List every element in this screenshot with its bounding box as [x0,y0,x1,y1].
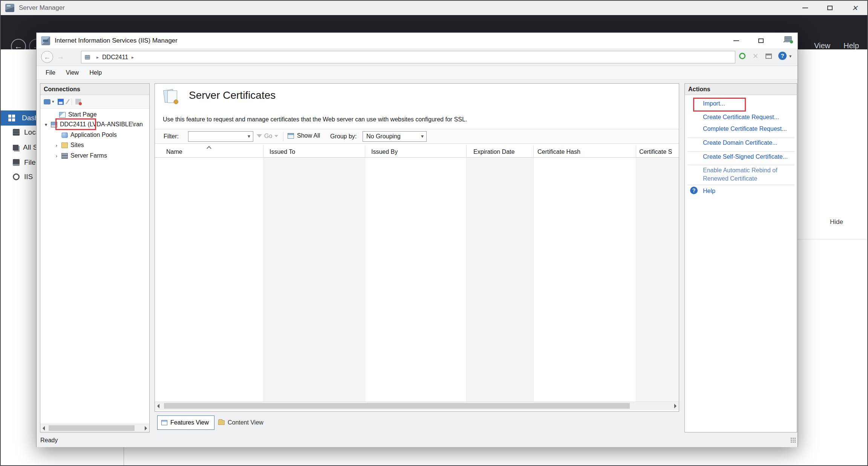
go-button[interactable]: Go [257,132,278,140]
list-column-stripe [263,158,365,402]
scroll-right-icon[interactable] [674,404,677,408]
scroll-right-icon[interactable] [145,426,147,431]
iis-circle-icon [13,173,20,180]
remove-connection-icon[interactable] [75,99,81,104]
sm-menu-view[interactable]: View [814,41,830,50]
tab-features-view[interactable]: Features View [157,415,214,430]
minimize-icon [733,40,739,41]
column-header-issued-to[interactable]: Issued To [263,145,365,158]
resize-grip[interactable] [790,437,796,443]
show-all-icon [288,133,294,139]
iis-titlebar[interactable]: Internet Information Services (IIS) Mana… [37,33,798,48]
breadcrumb[interactable]: ▸ DDC2411 ▸ [81,51,735,63]
tree-item-label: Application Pools [70,132,117,138]
column-header-store[interactable]: Certificate S [636,145,679,158]
actions-separator [688,151,795,152]
server-icon [13,129,20,136]
action-help[interactable]: Help [703,188,715,195]
tree-item-sites[interactable]: › Sites [40,140,149,150]
iis-minimize-button[interactable] [724,33,749,48]
scrollbar-thumb[interactable] [164,403,630,409]
tree-item-application-pools[interactable]: Application Pools [40,130,149,140]
column-header-issued-by[interactable]: Issued By [365,145,467,158]
chevron-down-icon[interactable]: ▾ [789,54,791,59]
sm-maximize-button[interactable] [817,1,842,15]
filter-input[interactable] [188,131,253,142]
server-manager-title: Server Manager [19,4,65,12]
column-header-name[interactable]: Name [155,145,263,158]
list-column-headers: Name Issued To Issued By Expiration Date… [155,145,679,158]
go-label: Go [264,133,272,139]
close-icon: ✕ [852,5,858,12]
menu-view[interactable]: View [61,69,84,76]
stop-icon[interactable]: ✕ [753,52,758,60]
list-column-stripe [467,158,534,402]
expand-icon[interactable]: › [54,153,59,159]
expand-icon[interactable]: › [54,143,59,148]
browse-icon[interactable] [765,54,772,59]
connections-hscrollbar[interactable] [40,424,149,432]
sm-menu-help[interactable]: Help [844,41,859,50]
server-manager-app-icon [5,4,14,12]
list-column-stripe [365,158,467,402]
tree-item-label: Server Farms [70,152,107,159]
sidebar-divider-line [124,447,124,466]
action-create-domain-certificate[interactable]: Create Domain Certificate... [703,139,777,146]
menu-help[interactable]: Help [84,69,107,76]
action-create-self-signed-certificate[interactable]: Create Self-Signed Certificate... [703,153,788,160]
filter-label: Filter: [164,133,179,140]
help-circle-icon[interactable]: ? [690,187,698,194]
column-header-expiration[interactable]: Expiration Date [467,145,534,158]
iis-manager-window: Internet Information Services (IIS) Mana… [36,32,798,447]
tab-content-view[interactable]: Content View [218,415,263,430]
funnel-icon [257,134,262,140]
tree-item-server-farms[interactable]: › Server Farms [40,150,149,161]
scroll-left-icon[interactable] [157,404,159,408]
save-connections-icon[interactable] [58,99,64,105]
column-header-hash[interactable]: Certificate Hash [534,145,636,158]
status-server-icon [784,36,792,42]
certificate-seal [174,100,178,104]
sidebar-item-label: IIS [24,173,33,181]
sm-details-panel: Hide [798,49,868,466]
sm-window-controls: ✕ [793,1,867,15]
action-create-certificate-request[interactable]: Create Certificate Request... [703,114,779,121]
create-connection-icon[interactable] [44,99,51,104]
actions-separator [688,185,795,185]
expand-collapse-icon[interactable]: ▾ [43,122,49,127]
scrollbar-thumb[interactable] [49,425,135,431]
connections-header: Connections [40,84,149,95]
refresh-icon[interactable] [739,53,746,59]
breadcrumb-server[interactable]: DDC2411 [102,54,128,61]
menu-file[interactable]: File [40,69,61,76]
annotation-server-node-highlight [55,118,96,130]
actions-header: Actions [685,84,797,95]
sm-close-button[interactable]: ✕ [842,1,867,15]
iis-status-bar: Ready [37,433,798,447]
server-small-icon [85,55,90,60]
filter-toolbar: Filter: Go Show All Group by: No Groupin… [155,129,679,144]
rename-icon[interactable] [66,99,70,104]
show-all-label: Show All [297,132,320,139]
chevron-right-icon: ▸ [132,55,134,60]
iis-back-button[interactable]: ← [41,51,53,63]
actions-separator [688,138,795,138]
action-enable-automatic-rebind[interactable]: Enable Automatic Rebind of Renewed Certi… [703,166,793,183]
action-complete-certificate-request[interactable]: Complete Certificate Request... [703,126,787,132]
iis-maximize-button[interactable] [749,33,773,48]
status-text: Ready [40,437,58,444]
chevron-down-icon[interactable]: ▾ [52,99,54,104]
toolbar-separator [283,132,283,141]
scroll-left-icon[interactable] [43,426,45,431]
iis-forward-button[interactable]: → [57,53,64,61]
help-circle-icon[interactable]: ? [778,52,787,60]
feature-hscrollbar[interactable] [155,402,679,410]
server-manager-titlebar: Server Manager ✕ [1,1,867,15]
tree-item-label: Sites [70,142,84,149]
panel-divider [798,239,868,239]
hide-button[interactable]: Hide [830,218,843,226]
show-all-button[interactable]: Show All [288,132,320,139]
sm-minimize-button[interactable] [793,1,817,15]
group-by-dropdown[interactable]: No Grouping [363,131,427,142]
maximize-icon [758,38,764,43]
